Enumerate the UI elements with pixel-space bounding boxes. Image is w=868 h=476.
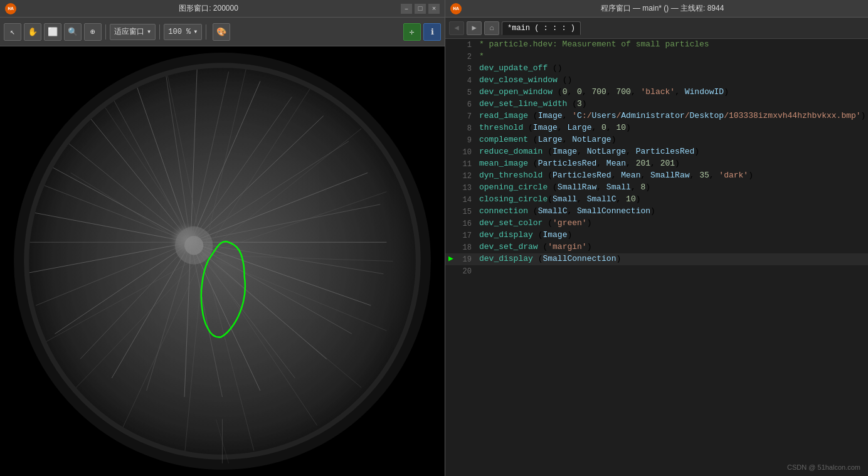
line-content: complement (Large, NotLarge) bbox=[477, 134, 868, 145]
left-titlebar: HA 图形窗口: 200000 – □ × bbox=[0, 0, 445, 18]
line-arrow-indicator: ▶ bbox=[445, 253, 457, 265]
code-line[interactable]: 8threshold (Image, Large, 0, 10) bbox=[445, 122, 868, 134]
left-window-title: 图形窗口: 200000 bbox=[16, 3, 401, 14]
line-number: 3 bbox=[457, 63, 477, 75]
code-line[interactable]: 10reduce_domain (Image, NotLarge, Partic… bbox=[445, 146, 868, 158]
line-content: reduce_domain (Image, NotLarge, Particle… bbox=[477, 146, 868, 157]
line-number: 5 bbox=[457, 87, 477, 98]
code-line[interactable]: 16dev_set_color ('green') bbox=[445, 218, 868, 230]
line-number: 20 bbox=[457, 265, 477, 277]
line-number: 6 bbox=[457, 98, 477, 110]
fit-window-arrow: ▾ bbox=[147, 27, 151, 36]
line-content: dev_display (SmallConnection) bbox=[477, 253, 868, 265]
svg-point-53 bbox=[184, 236, 203, 255]
code-line[interactable]: 11mean_image (ParticlesRed, Mean, 201, 2… bbox=[445, 158, 868, 170]
code-line[interactable]: 3dev_update_off () bbox=[445, 63, 868, 75]
editor-tab-bar: *main ( : : : ) bbox=[502, 21, 581, 35]
code-editor[interactable]: 1* particle.hdev: Measurement of small p… bbox=[445, 39, 868, 277]
code-line[interactable]: 17dev_display (Image) bbox=[445, 230, 868, 241]
line-number: 8 bbox=[457, 122, 477, 134]
microscope-image-svg bbox=[0, 46, 445, 476]
line-content: dev_set_draw ('margin') bbox=[477, 241, 868, 253]
line-content: dyn_threshold (ParticlesRed, Mean, Small… bbox=[477, 170, 868, 181]
fit-window-label: 适应窗口 bbox=[114, 26, 144, 37]
line-number: 1 bbox=[457, 39, 477, 51]
line-content: closing_circle(Small, SmallC, 10) bbox=[477, 194, 868, 205]
line-content: dev_set_line_width (3) bbox=[477, 98, 868, 110]
line-content: connection (SmallC, SmallConnection) bbox=[477, 206, 868, 217]
line-number: 10 bbox=[457, 146, 477, 158]
back-button[interactable]: ◀ bbox=[449, 21, 464, 35]
info-button[interactable]: ℹ bbox=[423, 23, 441, 41]
code-line[interactable]: 6dev_set_line_width (3) bbox=[445, 98, 868, 110]
code-line[interactable]: 9complement (Large, NotLarge) bbox=[445, 134, 868, 146]
right-logo: HA bbox=[450, 3, 462, 14]
select-tool-button[interactable]: ⬜ bbox=[44, 23, 61, 41]
line-content: dev_set_color ('green') bbox=[477, 218, 868, 229]
code-line[interactable]: 20 bbox=[445, 265, 868, 277]
line-content: opening_circle (SmallRaw, Small, 8) bbox=[477, 182, 868, 193]
left-logo: HA bbox=[5, 3, 16, 14]
line-content: mean_image (ParticlesRed, Mean, 201, 201… bbox=[477, 158, 868, 169]
line-content: dev_open_window (0, 0, 700, 700, 'black'… bbox=[477, 87, 868, 98]
line-content: * particle.hdev: Measurement of small pa… bbox=[477, 39, 868, 50]
line-content: read_image (Image, 'C:/Users/Administrat… bbox=[477, 110, 868, 122]
line-number: 2 bbox=[457, 51, 477, 63]
toolbar-separator-1 bbox=[105, 24, 106, 40]
line-number: 18 bbox=[457, 241, 477, 253]
toolbar-separator-3 bbox=[206, 24, 206, 40]
code-line[interactable]: 18dev_set_draw ('margin') bbox=[445, 241, 868, 253]
code-line[interactable]: 13opening_circle (SmallRaw, Small, 8) bbox=[445, 182, 868, 194]
code-line[interactable]: 5dev_open_window (0, 0, 700, 700, 'black… bbox=[445, 87, 868, 98]
home-button[interactable]: ⌂ bbox=[484, 21, 499, 35]
line-number: 15 bbox=[457, 206, 477, 218]
code-line[interactable]: 7read_image (Image, 'C:/Users/Administra… bbox=[445, 110, 868, 122]
maximize-button[interactable]: □ bbox=[415, 4, 426, 14]
hand-tool-button[interactable]: ✋ bbox=[24, 23, 41, 41]
line-content: dev_close_window () bbox=[477, 75, 868, 86]
line-number: 14 bbox=[457, 194, 477, 206]
zoom-level-dropdown[interactable]: 100 % ▾ bbox=[164, 24, 202, 40]
line-number: 16 bbox=[457, 218, 477, 230]
code-line[interactable]: 1* particle.hdev: Measurement of small p… bbox=[445, 39, 868, 51]
code-line[interactable]: 14closing_circle(Small, SmallC, 10) bbox=[445, 194, 868, 206]
main-tab-label: *main ( : : : ) bbox=[507, 24, 575, 33]
code-line[interactable]: 15connection (SmallC, SmallConnection) bbox=[445, 206, 868, 218]
line-number: 9 bbox=[457, 134, 477, 146]
crosshair-button[interactable]: ✛ bbox=[403, 23, 421, 41]
zoom-in-button[interactable]: 🔍 bbox=[64, 23, 82, 41]
line-content: dev_display (Image) bbox=[477, 230, 868, 241]
code-line[interactable]: 12dyn_threshold (ParticlesRed, Mean, Sma… bbox=[445, 170, 868, 182]
main-tab[interactable]: *main ( : : : ) bbox=[502, 21, 581, 35]
close-button[interactable]: × bbox=[428, 4, 440, 14]
right-titlebar: HA 程序窗口 — main* () — 主线程: 8944 bbox=[445, 0, 868, 18]
line-content: * bbox=[477, 51, 868, 62]
forward-button[interactable]: ▶ bbox=[467, 21, 482, 35]
line-number: 12 bbox=[457, 170, 477, 182]
image-display-area bbox=[0, 46, 445, 476]
zoom-level-label: 100 % bbox=[168, 28, 191, 36]
line-number: 11 bbox=[457, 158, 477, 170]
code-line[interactable]: 4dev_close_window () bbox=[445, 75, 868, 87]
pointer-tool-button[interactable]: ↖ bbox=[4, 23, 21, 41]
code-editor-wrapper: 1* particle.hdev: Measurement of small p… bbox=[445, 39, 868, 476]
fit-window-dropdown[interactable]: 适应窗口 ▾ bbox=[110, 24, 156, 40]
line-number: 13 bbox=[457, 182, 477, 194]
minimize-button[interactable]: – bbox=[401, 4, 412, 14]
color-tool-button[interactable]: 🎨 bbox=[213, 23, 230, 41]
line-number: 7 bbox=[457, 110, 477, 122]
right-nav-bar: ◀ ▶ ⌂ *main ( : : : ) bbox=[445, 18, 868, 39]
right-window-title: 程序窗口 — main* () — 主线程: 8944 bbox=[462, 3, 863, 14]
toolbar-separator-2 bbox=[159, 24, 160, 40]
code-line[interactable]: ▶19dev_display (SmallConnection) bbox=[445, 253, 868, 265]
line-number: 19 bbox=[457, 253, 477, 265]
left-win-controls: – □ × bbox=[401, 4, 440, 14]
zoom-level-arrow: ▾ bbox=[193, 27, 198, 36]
line-number: 17 bbox=[457, 230, 477, 241]
right-panel: HA 程序窗口 — main* () — 主线程: 8944 ◀ ▶ ⌂ *ma… bbox=[445, 0, 868, 476]
line-number: 4 bbox=[457, 75, 477, 87]
left-panel: HA 图形窗口: 200000 – □ × ↖ ✋ ⬜ 🔍 ⊕ 适应窗口 ▾ 1… bbox=[0, 0, 445, 476]
code-line[interactable]: 2* bbox=[445, 51, 868, 63]
line-content: dev_update_off () bbox=[477, 63, 868, 74]
zoom-adjust-button[interactable]: ⊕ bbox=[84, 23, 102, 41]
